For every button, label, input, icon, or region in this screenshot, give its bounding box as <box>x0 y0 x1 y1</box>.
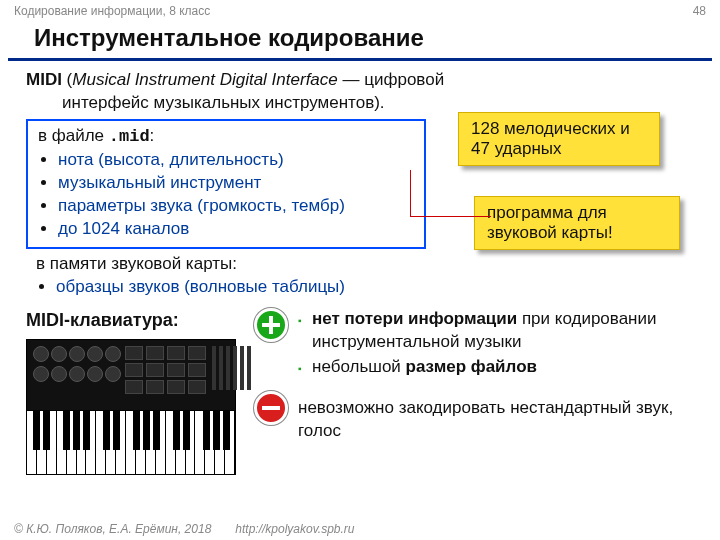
callout-instruments: 128 мелодических и 47 ударных <box>458 112 660 166</box>
minus-icon <box>254 391 288 425</box>
callout-soundcard: программа для звуковой карты! <box>474 196 680 250</box>
memory-block: в памяти звуковой карты: образцы звуков … <box>26 253 694 299</box>
footer-author: © К.Ю. Поляков, Е.А. Ерёмин, 2018 <box>14 522 211 536</box>
list-item: образцы звуков (волновые таблицы) <box>56 276 694 299</box>
list-item: музыкальный инструмент <box>58 172 414 195</box>
list-item: параметры звука (громкость, тембр) <box>58 195 414 218</box>
advantages-list: нет потери информации при кодировании ин… <box>298 308 694 381</box>
page-title: Инструментальное кодирование <box>8 20 712 61</box>
list-item: нота (высота, длительность) <box>58 149 414 172</box>
connector-line <box>410 170 491 217</box>
keyboard-label: MIDI-клавиатура: <box>26 308 236 332</box>
midi-definition: MIDI (Musical Instrument Digital Interfa… <box>26 69 694 115</box>
list-item: до 1024 каналов <box>58 218 414 241</box>
plus-icon <box>254 308 288 342</box>
footer-url: http://kpolyakov.spb.ru <box>235 522 354 536</box>
disadvantage-text: невозможно закодировать нестандартный зв… <box>298 397 694 443</box>
midi-keyboard-image <box>26 339 236 475</box>
course-label: Кодирование информации, 8 класс <box>14 4 210 18</box>
page-number: 48 <box>693 4 706 18</box>
file-box: в файле .mid: нота (высота, длительность… <box>26 119 426 249</box>
